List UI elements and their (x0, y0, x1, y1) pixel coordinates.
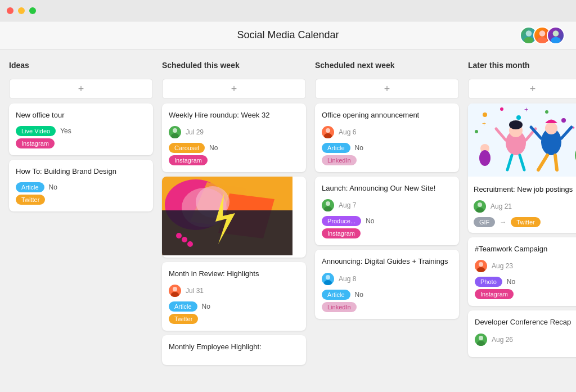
card-recruitment: + * + (468, 103, 576, 233)
svg-text:+: + (482, 120, 486, 128)
card-digital-guides: Announcing: Digital Guides + Trainings A… (315, 250, 459, 318)
card-date: Aug 6 (339, 128, 356, 136)
tag-instagram: Instagram (16, 138, 55, 148)
card-developer-conference: Developer Conference Recap Aug 26 (468, 310, 576, 357)
card-title: Weekly Hire roundup: Week 32 (169, 110, 299, 120)
card-avatar (475, 260, 487, 272)
svg-point-61 (477, 267, 485, 272)
card-meta: Aug 8 (322, 273, 452, 285)
tags-row-2: Twitter (169, 314, 299, 324)
add-ideas-button[interactable]: + (9, 79, 153, 99)
svg-point-0 (526, 30, 532, 37)
card-title: #Teamwork Campaign (475, 244, 576, 254)
card-date: Jul 31 (186, 287, 204, 295)
card-new-office-tour: New office tour Live Video Yes Instagram (9, 103, 153, 155)
column-ideas: Ideas + New office tour Live Video Yes I… (9, 58, 153, 380)
board: Ideas + New office tour Live Video Yes I… (0, 49, 576, 389)
card-date: Aug 23 (492, 262, 513, 270)
card-date: Aug 7 (339, 201, 356, 209)
card-meta: Aug 26 (475, 334, 576, 346)
card-meta: Aug 6 (322, 126, 452, 138)
svg-point-60 (479, 262, 483, 267)
tag-article: Article (322, 290, 350, 300)
svg-point-33 (561, 118, 566, 123)
column-scheduled-this-week: Scheduled this week + Weekly Hire roundu… (162, 58, 306, 380)
user-avatars (520, 26, 565, 44)
tags-row: Article No (169, 301, 299, 312)
svg-point-6 (173, 128, 177, 133)
tag-twitter: Twitter (511, 217, 540, 227)
svg-point-22 (326, 128, 330, 133)
celebration-svg: + * + (468, 103, 576, 177)
card-date: Aug 21 (490, 202, 512, 210)
status-no: No (366, 217, 374, 225)
svg-point-27 (324, 280, 332, 285)
tags-row: Live Video Yes (16, 126, 146, 136)
svg-point-20 (173, 287, 177, 291)
svg-point-19 (182, 237, 187, 242)
card-date: Aug 26 (492, 336, 513, 344)
page-title: Social Media Calendar (237, 29, 339, 41)
card-title: New office tour (16, 110, 146, 120)
card-date: Aug 8 (339, 275, 356, 283)
tags-row-2: Instagram (169, 155, 299, 165)
svg-point-59 (476, 208, 484, 213)
tags-row-2: Instagram (475, 289, 576, 299)
maximize-button[interactable] (29, 7, 36, 14)
svg-point-24 (326, 201, 330, 206)
minimize-button[interactable] (18, 7, 25, 14)
svg-point-4 (553, 30, 559, 37)
status-yes: Yes (60, 127, 71, 135)
add-later-button[interactable]: + (468, 79, 576, 99)
card-avatar (322, 273, 334, 285)
card-avatar (322, 126, 334, 138)
card-title: Office opening announcement (322, 110, 452, 120)
tag-linkedin: LinkedIn (322, 302, 357, 312)
tag-linkedin: LinkedIn (322, 155, 357, 165)
tag-instagram: Instagram (169, 155, 208, 165)
tags-row-2: LinkedIn (322, 302, 452, 312)
column-scheduled-this-week-header: Scheduled this week (162, 58, 306, 72)
tags-row: Carousel No (169, 143, 299, 153)
svg-point-58 (478, 202, 482, 207)
arrow-right: → (500, 218, 506, 226)
card-avatar (169, 126, 181, 138)
card-avatar (475, 334, 487, 346)
tag-produce: Produce... (322, 216, 361, 226)
svg-point-63 (477, 341, 485, 346)
card-teamwork-campaign: #Teamwork Campaign Aug 23 Photo No Insta… (468, 237, 576, 306)
card-weekly-hire: Weekly Hire roundup: Week 32 Jul 29 Caro… (162, 103, 306, 172)
status-no: No (355, 291, 363, 299)
tags-row: Article No (16, 182, 146, 192)
svg-point-30 (500, 107, 503, 111)
card-building-brand: How To: Building Brand Design Article No… (9, 160, 153, 211)
tags-row-2: Instagram (16, 138, 146, 148)
card-date: Jul 29 (186, 128, 204, 136)
tags-row: Produce... No (322, 216, 452, 226)
svg-point-32 (545, 110, 548, 114)
svg-line-53 (555, 155, 557, 170)
svg-point-55 (479, 150, 490, 166)
svg-point-29 (483, 112, 487, 117)
tag-carousel: Carousel (169, 143, 205, 153)
svg-text:+: + (524, 106, 528, 114)
add-this-week-button[interactable]: + (162, 79, 306, 99)
tags-row: Article No (322, 143, 452, 153)
close-button[interactable] (7, 7, 14, 14)
tags-row-2: LinkedIn (322, 155, 452, 165)
column-later-this-month: Later this month + + * + (468, 58, 576, 380)
tags-row: Photo No (475, 277, 576, 287)
tags-row-2: Twitter (16, 195, 146, 205)
column-later-this-month-header: Later this month (468, 58, 576, 72)
svg-point-36 (475, 130, 478, 133)
tag-twitter: Twitter (169, 314, 198, 324)
tag-instagram: Instagram (322, 228, 361, 238)
tag-article: Article (169, 301, 197, 312)
add-next-week-button[interactable]: + (315, 79, 459, 99)
svg-point-5 (551, 37, 561, 43)
avatar-user3 (547, 26, 565, 44)
card-meta: Aug 23 (475, 260, 576, 272)
svg-point-2 (539, 30, 546, 37)
card-meta: Jul 29 (169, 126, 299, 138)
svg-point-26 (326, 275, 330, 280)
